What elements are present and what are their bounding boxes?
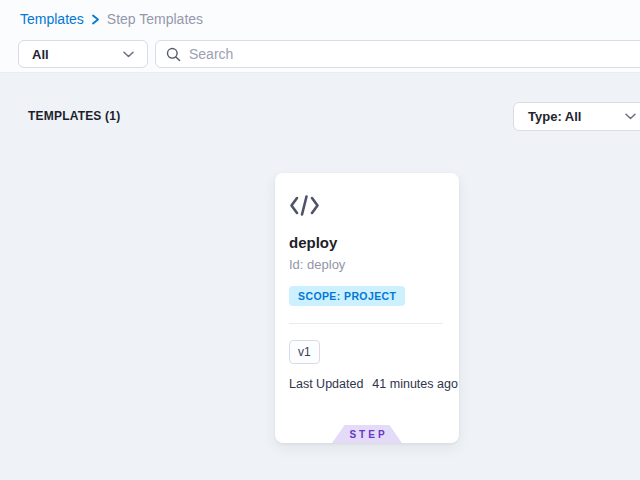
chevron-right-icon [91,14,100,25]
step-type-tag: STEP [332,425,402,443]
templates-count-heading: TEMPLATES (1) [28,109,120,123]
version-chip[interactable]: v1 [289,340,320,364]
template-card-deploy[interactable]: deploy Id: deploy SCOPE: PROJECT v1 Last… [275,173,459,443]
breadcrumb-current-page: Step Templates [107,11,203,27]
code-brackets-icon [289,194,320,217]
search-icon [166,47,181,62]
chevron-down-icon [625,113,636,120]
chevron-down-icon [123,51,134,58]
type-filter-dropdown[interactable]: Type: All [513,102,640,131]
page-header: Templates Step Templates All [0,0,640,73]
template-id: Id: deploy [289,257,345,272]
scope-badge: SCOPE: PROJECT [289,286,405,306]
type-filter-value: Type: All [528,109,581,124]
template-title: deploy [289,234,337,251]
scope-filter-dropdown[interactable]: All [18,40,148,68]
search-input[interactable] [189,46,638,62]
breadcrumb-templates-link[interactable]: Templates [20,11,84,27]
last-updated-label: Last Updated [289,377,363,391]
scope-filter-value: All [32,47,49,62]
breadcrumb: Templates Step Templates [20,11,203,27]
card-divider [289,323,443,324]
last-updated-value: 41 minutes ago [372,377,457,391]
last-updated-row: Last Updated 41 minutes ago [289,377,458,391]
search-field[interactable] [155,40,640,68]
